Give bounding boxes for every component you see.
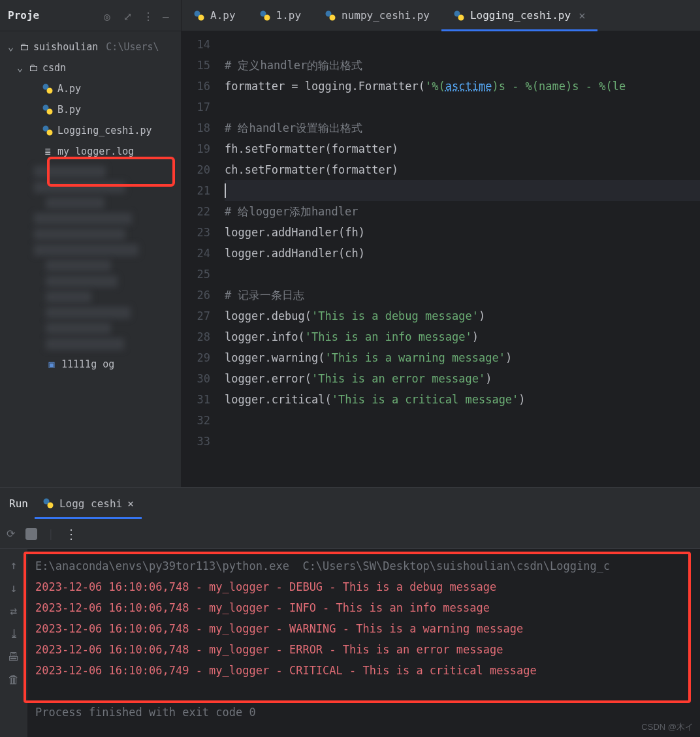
sidebar-header: Proje ◎ ⤢ ⋮ — (0, 0, 181, 31)
console-line: E:\anaconda\envs\py39tor113\python.exe C… (35, 556, 692, 576)
code-line[interactable] (225, 264, 700, 285)
svg-point-15 (47, 503, 53, 509)
svg-point-3 (47, 109, 53, 115)
svg-point-11 (330, 14, 336, 20)
console-line: 2023-12-06 16:10:06,749 - my_logger - CR… (35, 660, 692, 681)
tab-numpy_ceshi-py[interactable]: numpy_ceshi.py (313, 0, 441, 31)
blurred-item (46, 307, 131, 319)
code-line[interactable] (225, 97, 700, 118)
chevron-down-icon: ⌄ (8, 41, 16, 53)
svg-point-5 (47, 130, 53, 136)
tree-label: A.py (57, 83, 81, 95)
tab-label: Logging_ceshi.py (470, 9, 571, 22)
python-file-icon (42, 125, 54, 136)
tree-file[interactable]: B.py (0, 99, 181, 120)
python-file-icon (453, 10, 465, 22)
code-line[interactable]: ch.setFormatter(formatter) (225, 159, 700, 180)
run-tab[interactable]: Logg ceshi × (35, 488, 142, 519)
gutter: 1415161718192021222324252627282930313233 (182, 31, 221, 487)
blurred-item (34, 244, 138, 256)
svg-point-1 (47, 88, 53, 94)
blurred-item (46, 275, 118, 287)
console-line: 2023-12-06 16:10:06,748 - my_logger - WA… (35, 618, 692, 639)
code-line[interactable]: fh.setFormatter(formatter) (225, 138, 700, 159)
tree-file[interactable]: Logging_ceshi.py (0, 120, 181, 141)
code[interactable]: # 定义handler的输出格式formatter = logging.Form… (221, 31, 700, 487)
run-label: Run (9, 497, 28, 510)
code-line[interactable]: logger.debug('This is a debug message') (225, 306, 700, 326)
scroll-icon[interactable]: ⤓ (9, 627, 19, 640)
tree-label: B.py (57, 104, 81, 116)
close-icon[interactable]: × (127, 497, 134, 510)
blurred-item (46, 260, 111, 272)
blurred-item (46, 338, 124, 350)
trash-icon[interactable]: 🗑 (8, 672, 20, 686)
python-file-icon (325, 10, 336, 22)
text-file-icon: ≣ (42, 146, 54, 157)
locate-icon[interactable]: ◎ (104, 10, 114, 21)
expand-icon[interactable]: ⤢ (123, 10, 134, 21)
code-line[interactable] (225, 431, 700, 452)
stop-button[interactable] (25, 528, 37, 540)
tab-1-py[interactable]: 1.py (247, 0, 313, 31)
editor-body[interactable]: 1415161718192021222324252627282930313233… (182, 31, 700, 487)
code-line[interactable] (225, 180, 700, 201)
project-sidebar: Proje ◎ ⤢ ⋮ — ⌄ 🗀 suishoulian C:\Users\ … (0, 0, 182, 487)
run-panel: Run Logg ceshi × ⟳ | ⋮ ↑ ↓ ⇄ ⤓ 🖶 🗑 E:\an… (0, 487, 700, 737)
tree-label: my_logger.log (57, 146, 134, 157)
rerun-icon[interactable]: ⟳ (7, 527, 15, 540)
watermark: CSDN @木イ (641, 721, 693, 733)
code-line[interactable]: logger.addHandler(ch) (225, 243, 700, 264)
settings-icon[interactable]: ⋮ (143, 10, 153, 21)
tree-file-log[interactable]: ≣ my_logger.log (0, 141, 181, 162)
code-line[interactable]: # 给handler设置输出格式 (225, 118, 700, 138)
close-icon[interactable]: × (579, 8, 586, 22)
python-file-icon (42, 104, 54, 116)
folder-icon: 🗀 (20, 41, 29, 53)
code-line[interactable]: # 给logger添加handler (225, 201, 700, 222)
tree-file[interactable]: ▣ 11111g og (0, 354, 181, 375)
tree-path: C:\Users\ (106, 41, 159, 53)
code-line[interactable]: formatter = logging.Formatter('%(asctime… (225, 76, 700, 97)
console-line: Process finished with exit code 0 (35, 702, 692, 723)
blurred-item (46, 197, 104, 209)
tree-root[interactable]: ⌄ 🗀 suishoulian C:\Users\ (0, 37, 181, 57)
down-icon[interactable]: ↓ (10, 581, 18, 595)
tab-label: A.py (210, 9, 236, 22)
blurred-item (34, 166, 106, 178)
console-wrap: ↑ ↓ ⇄ ⤓ 🖶 🗑 E:\anaconda\envs\py39tor113\… (0, 549, 700, 737)
project-tree: ⌄ 🗀 suishoulian C:\Users\ ⌄ 🗀 csdn A.py … (0, 31, 181, 380)
code-line[interactable] (225, 34, 700, 55)
up-icon[interactable]: ↑ (10, 558, 18, 572)
python-file-icon (42, 83, 54, 95)
tab-A-py[interactable]: A.py (182, 0, 247, 31)
tree-label: csdn (42, 62, 66, 74)
hide-icon[interactable]: — (163, 10, 173, 21)
tree-file[interactable]: A.py (0, 78, 181, 99)
tree-label: 11111g og (61, 358, 114, 370)
run-tab-label: Logg ceshi (59, 497, 122, 510)
tree-folder-csdn[interactable]: ⌄ 🗀 csdn (0, 57, 181, 78)
code-line[interactable]: logger.info('This is an info message') (225, 326, 700, 347)
tree-label: Logging_ceshi.py (57, 125, 152, 136)
code-line[interactable]: # 记录一条日志 (225, 285, 700, 306)
blurred-item (34, 228, 125, 240)
print-icon[interactable]: 🖶 (8, 650, 20, 663)
code-line[interactable]: logger.addHandler(fh) (225, 222, 700, 243)
code-line[interactable] (225, 410, 700, 431)
more-icon[interactable]: ⋮ (65, 526, 79, 542)
blurred-item (46, 322, 111, 334)
sidebar-title: Proje (8, 9, 39, 22)
code-line[interactable]: # 定义handler的输出格式 (225, 55, 700, 76)
tab-Logging_ceshi-py[interactable]: Logging_ceshi.py× (441, 0, 597, 31)
wrap-icon[interactable]: ⇄ (10, 604, 18, 618)
run-toolbar: ⟳ | ⋮ (0, 519, 700, 549)
code-line[interactable]: logger.warning('This is a warning messag… (225, 347, 700, 368)
console-line: 2023-12-06 16:10:06,748 - my_logger - ER… (35, 639, 692, 660)
tree-label: suishoulian (33, 41, 98, 53)
python-file-icon (42, 497, 54, 509)
console-output[interactable]: E:\anaconda\envs\py39tor113\python.exe C… (27, 549, 700, 737)
code-line[interactable]: logger.critical('This is a critical mess… (225, 389, 700, 410)
code-line[interactable]: logger.error('This is an error message') (225, 368, 700, 389)
folder-icon: 🗀 (29, 62, 39, 74)
